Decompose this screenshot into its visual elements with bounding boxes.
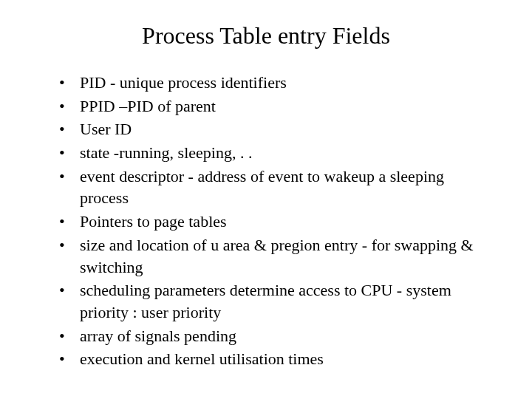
list-item: Pointers to page tables	[59, 211, 495, 233]
bullet-list: PID - unique process identifiers PPID –P…	[37, 72, 495, 370]
list-item: state -running, sleeping, . .	[59, 142, 495, 164]
list-item: array of signals pending	[59, 325, 495, 347]
list-item: PID - unique process identifiers	[59, 72, 495, 94]
list-item: execution and kernel utilisation times	[59, 348, 495, 370]
list-item: User ID	[59, 118, 495, 140]
list-item: event descriptor - address of event to w…	[59, 166, 495, 209]
list-item: size and location of u area & pregion en…	[59, 234, 495, 278]
list-item: scheduling parameters determine access t…	[59, 279, 495, 323]
slide-title: Process Table entry Fields	[37, 22, 495, 50]
list-item: PPID –PID of parent	[59, 95, 495, 117]
